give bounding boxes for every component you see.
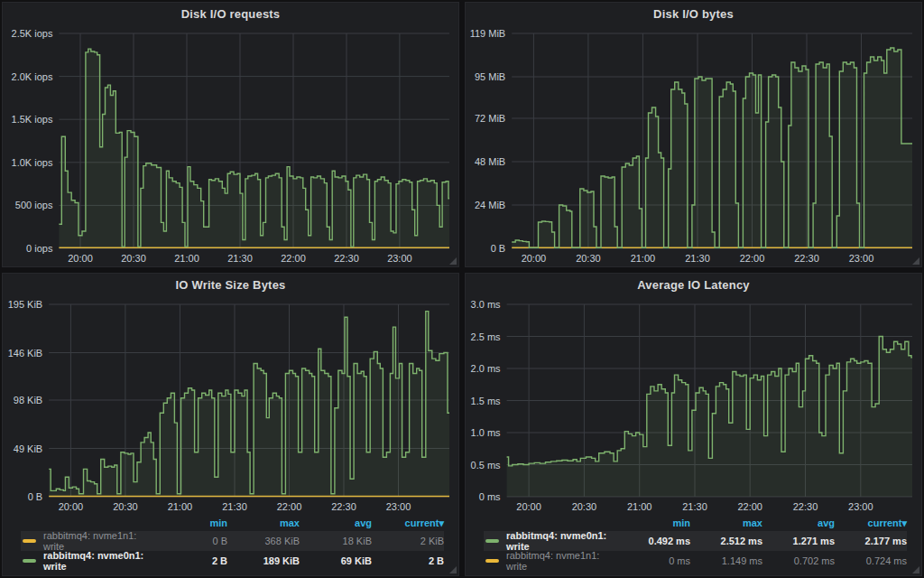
y-axis-tick-label: 48 MiB — [475, 156, 505, 167]
x-axis-tick-label: 20:30 — [572, 501, 597, 512]
panel-average-io-latency: Average IO Latency 0 ms0.5 ms1.0 ms1.5 m… — [465, 273, 922, 576]
x-axis-tick-label: 21:30 — [682, 501, 707, 512]
legend-value-current: 0.724 ms — [835, 555, 907, 566]
legend-value-min: 2 B — [155, 555, 227, 566]
y-axis-tick-label: 95 MiB — [475, 71, 505, 82]
legend-series-name[interactable]: rabbitmq4: nvme0n1: write — [43, 550, 155, 572]
legend-value-min: 0 ms — [618, 555, 690, 566]
legend-col-max[interactable]: max — [227, 517, 300, 528]
x-axis-tick-label: 22:30 — [331, 501, 356, 512]
chart-canvas[interactable]: 0 B24 MiB48 MiB72 MiB95 MiB119 MiB20:002… — [466, 24, 921, 266]
panel-header[interactable]: Disk I/O requests — [3, 3, 458, 24]
legend-col-min[interactable]: min — [618, 517, 690, 528]
x-axis-tick-label: 21:30 — [227, 253, 253, 264]
series-color-swatch[interactable] — [23, 539, 36, 543]
x-axis-tick-label: 23:00 — [386, 501, 411, 512]
legend-value-current: 2.177 ms — [835, 536, 907, 546]
legend-value-max: 368 KiB — [227, 536, 300, 546]
y-axis-tick-label: 2.0K iops — [12, 71, 53, 82]
legend-value-avg: 69 KiB — [300, 555, 372, 566]
legend-value-max: 2.512 ms — [690, 536, 762, 546]
panel-io-write-size-bytes: IO Write Size Bytes 0 B49 KiB98 KiB146 K… — [2, 273, 459, 576]
legend-table: minmaxavgcurrent▾rabbitmq4: nvme0n1: wri… — [466, 515, 921, 575]
x-axis-tick-label: 20:00 — [522, 253, 547, 264]
y-axis-tick-label: 500 iops — [15, 200, 53, 210]
x-axis-tick-label: 20:30 — [113, 501, 138, 512]
y-axis-tick-label: 49 KiB — [14, 443, 42, 454]
series-color-swatch[interactable] — [485, 539, 499, 543]
y-axis-tick-label: 146 KiB — [8, 348, 43, 359]
y-axis-tick-label: 0 iops — [26, 243, 53, 254]
x-axis-tick-label: 21:00 — [627, 501, 652, 512]
x-axis-tick-label: 21:30 — [685, 253, 710, 264]
panel-title[interactable]: Disk I/O bytes — [653, 7, 734, 21]
series-color-swatch[interactable] — [23, 559, 36, 563]
legend-value-max: 189 KiB — [227, 555, 300, 566]
legend-series-name[interactable]: rabbitmq4: nvme0n1: write — [506, 530, 618, 552]
x-axis-tick-label: 23:00 — [848, 501, 873, 512]
legend-row: rabbitmq4: nvme1n1: write0 ms1.149 ms0.7… — [484, 551, 907, 571]
x-axis-tick-label: 20:30 — [576, 253, 601, 264]
grafana-dashboard: Disk I/O requests 0 iops500 iops1.0K iop… — [0, 0, 924, 578]
legend-col-current[interactable]: current▾ — [372, 517, 444, 529]
legend-row: rabbitmq4: nvme0n1: write2 B189 KiB69 Ki… — [21, 551, 444, 571]
panel-header[interactable]: IO Write Size Bytes — [3, 274, 458, 295]
x-axis-tick-label: 23:00 — [849, 253, 874, 264]
legend-col-min[interactable]: min — [155, 517, 227, 528]
x-axis-tick-label: 22:00 — [281, 253, 306, 264]
legend-header: minmaxavgcurrent▾ — [21, 515, 444, 531]
legend-header: minmaxavgcurrent▾ — [484, 515, 907, 531]
x-axis-tick-label: 23:00 — [387, 253, 412, 264]
legend-series-name[interactable]: rabbitmq4: nvme1n1: write — [506, 550, 618, 572]
x-axis-tick-label: 20:00 — [59, 501, 84, 512]
y-axis-tick-label: 0 ms — [479, 491, 501, 502]
chart-canvas[interactable]: 0 B49 KiB98 KiB146 KiB195 KiB20:0020:302… — [3, 295, 458, 515]
legend-value-avg: 0.702 ms — [762, 555, 835, 566]
panel-resize-handle[interactable] — [912, 257, 919, 265]
legend-value-min: 0 B — [155, 536, 227, 546]
y-axis-tick-label: 1.5 ms — [471, 396, 502, 406]
legend-col-avg[interactable]: avg — [300, 517, 372, 528]
y-axis-tick-label: 0.5 ms — [471, 460, 502, 471]
x-axis-tick-label: 21:00 — [174, 253, 199, 264]
legend-value-min: 0.492 ms — [618, 536, 690, 546]
panel-resize-handle[interactable] — [912, 566, 919, 573]
x-axis-tick-label: 22:00 — [737, 501, 762, 512]
panel-title[interactable]: Average IO Latency — [637, 278, 750, 292]
legend-row: rabbitmq4: nvme1n1: write0 B368 KiB18 Ki… — [21, 531, 444, 551]
x-axis-tick-label: 21:00 — [168, 501, 193, 512]
chart-canvas[interactable]: 0 iops500 iops1.0K iops1.5K iops2.0K iop… — [3, 24, 458, 266]
panel-resize-handle[interactable] — [449, 566, 457, 573]
average-io-latency-chart[interactable]: 0 ms0.5 ms1.0 ms1.5 ms2.0 ms2.5 ms3.0 ms… — [466, 295, 921, 515]
legend-col-max[interactable]: max — [690, 517, 762, 528]
series-area — [49, 312, 449, 497]
disk-io-requests-chart[interactable]: 0 iops500 iops1.0K iops1.5K iops2.0K iop… — [3, 24, 458, 266]
x-axis-tick-label: 20:00 — [516, 501, 541, 512]
x-axis-tick-label: 20:00 — [68, 253, 93, 264]
series-color-swatch[interactable] — [485, 559, 499, 563]
panel-disk-io-requests: Disk I/O requests 0 iops500 iops1.0K iop… — [2, 2, 459, 267]
legend-table: minmaxavgcurrent▾rabbitmq4: nvme1n1: wri… — [3, 515, 458, 575]
y-axis-tick-label: 2.0 ms — [471, 363, 502, 374]
legend-col-avg[interactable]: avg — [762, 517, 835, 528]
x-axis-tick-label: 21:30 — [222, 501, 247, 512]
panel-resize-handle[interactable] — [449, 257, 457, 265]
legend-value-current: 2 B — [372, 555, 444, 566]
x-axis-tick-label: 21:00 — [631, 253, 656, 264]
panel-header[interactable]: Average IO Latency — [466, 274, 921, 295]
x-axis-tick-label: 22:30 — [793, 501, 818, 512]
legend-value-max: 1.149 ms — [690, 555, 762, 566]
panel-disk-io-bytes: Disk I/O bytes 0 B24 MiB48 MiB72 MiB95 M… — [465, 2, 922, 267]
panel-title[interactable]: IO Write Size Bytes — [175, 278, 285, 292]
io-write-size-bytes-chart[interactable]: 0 B49 KiB98 KiB146 KiB195 KiB20:0020:302… — [3, 295, 458, 515]
x-axis-tick-label: 22:30 — [334, 253, 359, 264]
disk-io-bytes-chart[interactable]: 0 B24 MiB48 MiB72 MiB95 MiB119 MiB20:002… — [466, 24, 921, 266]
panel-title[interactable]: Disk I/O requests — [181, 7, 281, 21]
legend-series-name[interactable]: rabbitmq4: nvme1n1: write — [43, 530, 155, 552]
x-axis-tick-label: 22:30 — [794, 253, 819, 264]
legend-col-current[interactable]: current▾ — [835, 517, 907, 529]
y-axis-tick-label: 98 KiB — [14, 395, 42, 406]
y-axis-tick-label: 0 B — [28, 491, 43, 502]
chart-canvas[interactable]: 0 ms0.5 ms1.0 ms1.5 ms2.0 ms2.5 ms3.0 ms… — [466, 295, 921, 515]
panel-header[interactable]: Disk I/O bytes — [466, 3, 921, 24]
